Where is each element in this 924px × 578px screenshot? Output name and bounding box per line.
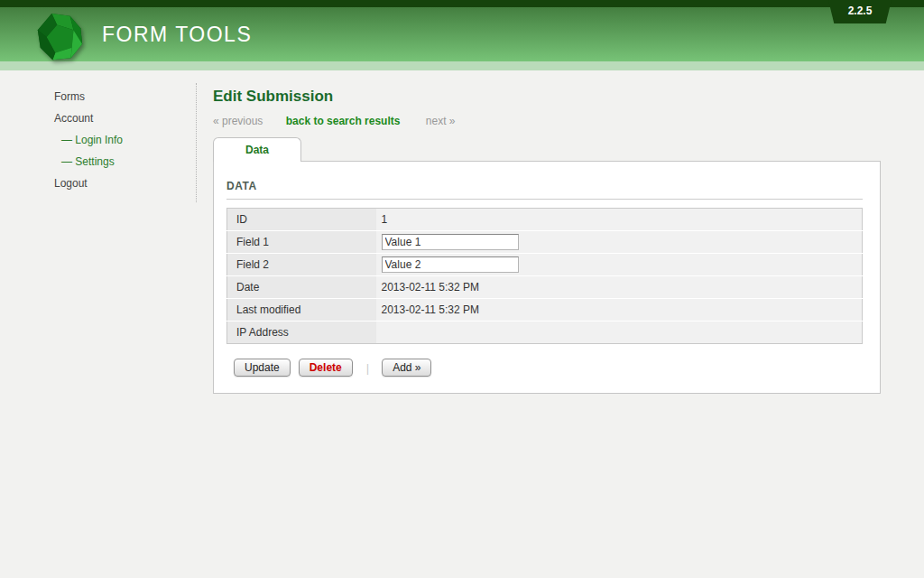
sidebar-divider <box>196 83 197 202</box>
button-separator: | <box>366 361 369 375</box>
sidebar-item-forms[interactable]: Forms <box>54 91 196 102</box>
action-buttons: Update Delete | Add » <box>234 359 863 377</box>
sidebar: Forms Account — Login Info — Settings Lo… <box>0 70 196 394</box>
header-strip <box>0 61 924 70</box>
table-row-id: ID 1 <box>227 209 863 231</box>
row-label: IP Address <box>227 322 376 344</box>
formtools-logo-icon <box>34 11 87 65</box>
section-divider <box>226 199 863 200</box>
table-row-field2: Field 2 <box>227 254 863 276</box>
main-content: Edit Submission « previous back to searc… <box>196 70 882 394</box>
sidebar-item-login-info[interactable]: — Login Info <box>54 135 196 145</box>
row-label: Field 1 <box>227 231 376 254</box>
row-value: 2013-02-11 5:32 PM <box>382 279 480 295</box>
version-label: 2.2.5 <box>848 5 873 17</box>
app-header: FORM TOOLS <box>0 7 924 61</box>
brand-title: FORM TOOLS <box>102 23 252 47</box>
next-link[interactable]: next » <box>426 115 456 127</box>
update-button[interactable]: Update <box>234 359 291 377</box>
field1-input[interactable] <box>382 234 519 250</box>
sidebar-item-logout-label[interactable]: Logout <box>54 177 88 190</box>
row-label: Field 2 <box>227 254 376 276</box>
sidebar-menu: Forms Account — Login Info — Settings Lo… <box>54 91 196 189</box>
row-label: ID <box>227 209 376 231</box>
field2-input[interactable] <box>382 256 519 273</box>
row-label: Date <box>227 276 376 299</box>
sidebar-item-settings[interactable]: — Settings <box>54 156 196 167</box>
sidebar-item-account[interactable]: Account <box>54 113 196 124</box>
back-to-search-results-link[interactable]: back to search results <box>286 115 401 127</box>
version-badge: 2.2.5 <box>828 0 892 23</box>
section-title: DATA <box>226 180 863 192</box>
sidebar-item-account-label[interactable]: Account <box>54 112 93 125</box>
table-row-date: Date 2013-02-11 5:32 PM <box>227 276 863 299</box>
tab-data[interactable]: Data <box>213 137 301 162</box>
submission-table: ID 1 Field 1 Field 2 Date <box>226 208 863 344</box>
sidebar-item-logout[interactable]: Logout <box>54 178 196 189</box>
page-layout: Forms Account — Login Info — Settings Lo… <box>0 70 924 394</box>
row-label: Last modified <box>227 299 376 322</box>
previous-link[interactable]: « previous <box>213 115 263 127</box>
page-title: Edit Submission <box>213 89 882 105</box>
row-value: 1 <box>382 211 388 228</box>
top-bar <box>0 0 924 7</box>
sidebar-item-settings-label[interactable]: — Settings <box>61 155 115 168</box>
data-panel: DATA ID 1 Field 1 Field 2 <box>213 161 881 394</box>
sidebar-item-forms-label[interactable]: Forms <box>54 90 85 103</box>
add-button[interactable]: Add » <box>382 359 431 377</box>
table-row-last-modified: Last modified 2013-02-11 5:32 PM <box>227 299 863 322</box>
table-row-ip-address: IP Address <box>227 322 863 344</box>
delete-button[interactable]: Delete <box>299 359 353 377</box>
sidebar-item-login-info-label[interactable]: — Login Info <box>61 134 123 146</box>
row-value: 2013-02-11 5:32 PM <box>382 302 480 318</box>
submission-nav: « previous back to search results next » <box>213 115 882 127</box>
table-row-field1: Field 1 <box>227 231 863 254</box>
